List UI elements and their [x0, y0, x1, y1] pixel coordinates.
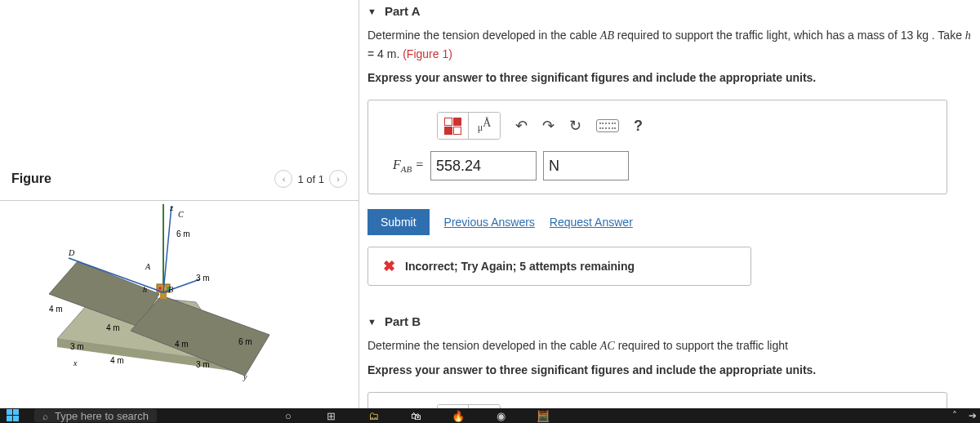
fab-value-input[interactable]	[430, 151, 537, 180]
firefox-icon[interactable]: 🔥	[452, 409, 465, 422]
taskbar-search[interactable]: ⌕ Type here to search	[34, 409, 157, 422]
part-b-prompt: Determine the tension developed in the c…	[368, 336, 972, 360]
svg-line-11	[163, 206, 172, 292]
figure-pager: ‹ 1 of 1 ›	[274, 170, 347, 188]
tray-expand-icon[interactable]: ˄	[952, 410, 957, 421]
svg-point-7	[158, 287, 162, 290]
keyboard-icon[interactable]	[596, 119, 619, 132]
taskbar-search-text: Type here to search	[55, 410, 149, 422]
svg-text:3 m: 3 m	[70, 342, 84, 351]
incorrect-icon: ✖	[383, 257, 395, 275]
reset-icon[interactable]: ↻	[569, 117, 581, 135]
svg-text:3 m: 3 m	[196, 274, 210, 283]
part-b-header[interactable]: ▼ Part B	[368, 310, 972, 336]
part-a-title: Part A	[385, 4, 421, 18]
figure-1-link[interactable]: (Figure 1)	[403, 47, 452, 60]
store-icon[interactable]: 🛍	[409, 409, 422, 422]
svg-text:4 m: 4 m	[110, 356, 124, 365]
caret-down-icon: ▼	[368, 7, 376, 16]
search-icon: ⌕	[42, 411, 48, 422]
svg-text:4 m: 4 m	[49, 305, 63, 314]
feedback-box: ✖ Incorrect; Try Again; 5 attempts remai…	[368, 247, 751, 286]
templates-button[interactable]	[438, 113, 469, 139]
fab-label: FAB =	[393, 158, 424, 174]
part-a-instructions: Express your answer to three significant…	[368, 69, 972, 91]
submit-button[interactable]: Submit	[368, 209, 430, 235]
undo-icon[interactable]: ↶	[515, 117, 528, 135]
svg-text:z: z	[169, 204, 174, 212]
pager-text: 1 of 1	[297, 173, 324, 185]
svg-text:6 m: 6 m	[176, 229, 190, 238]
pager-prev-button[interactable]: ‹	[274, 170, 292, 188]
fab-unit-input[interactable]	[543, 151, 629, 180]
part-a-answer-area: μÅ ↶ ↷ ↻ ? FAB =	[368, 100, 947, 194]
part-a-prompt: Determine the tension developed in the c…	[368, 26, 972, 69]
svg-text:4 m: 4 m	[175, 340, 189, 349]
part-b-title: Part B	[385, 314, 421, 328]
svg-text:h: h	[143, 285, 147, 294]
units-mu-button[interactable]: μÅ	[469, 113, 500, 139]
svg-text:D: D	[68, 248, 75, 257]
svg-text:B: B	[168, 285, 173, 294]
start-button[interactable]	[7, 409, 20, 422]
cortana-icon[interactable]: ○	[282, 409, 295, 422]
svg-text:C: C	[178, 210, 184, 219]
part-b-answer-area: μÅ ↶ ↷ ↻ ? FAC =	[368, 392, 947, 408]
template-toolbar: μÅ	[437, 112, 501, 140]
previous-answers-link[interactable]: Previous Answers	[444, 216, 535, 229]
svg-text:4 m: 4 m	[106, 323, 120, 332]
feedback-text: Incorrect; Try Again; 5 attempts remaini…	[405, 260, 635, 273]
calc-icon[interactable]: 🧮	[537, 409, 550, 422]
svg-text:3 m: 3 m	[196, 360, 210, 369]
svg-text:y: y	[243, 372, 247, 381]
explorer-icon[interactable]: 🗂	[367, 409, 380, 422]
redo-icon[interactable]: ↷	[542, 117, 555, 135]
windows-taskbar: ⌕ Type here to search ○ ⊞ 🗂 🛍 🔥 ◉ 🧮 ˄ ➔	[0, 408, 980, 423]
part-b-instructions: Express your answer to three significant…	[368, 361, 972, 384]
figure-divider	[0, 200, 359, 201]
tray-arrow-icon[interactable]: ➔	[969, 410, 977, 421]
help-icon[interactable]: ?	[634, 118, 643, 135]
svg-text:x: x	[73, 358, 78, 367]
chrome-icon[interactable]: ◉	[494, 409, 507, 422]
caret-down-icon: ▼	[368, 317, 376, 327]
pager-next-button[interactable]: ›	[329, 170, 347, 188]
request-answer-link[interactable]: Request Answer	[550, 216, 633, 229]
taskview-icon[interactable]: ⊞	[324, 409, 337, 422]
svg-text:A: A	[145, 262, 151, 271]
figure-diagram: z C 6 m D 3 m A B h 4 m 4 m 3 m 4 m 4 m …	[33, 204, 294, 392]
svg-text:6 m: 6 m	[238, 337, 252, 346]
figure-title: Figure	[11, 171, 51, 186]
part-a-header[interactable]: ▼ Part A	[368, 0, 972, 26]
